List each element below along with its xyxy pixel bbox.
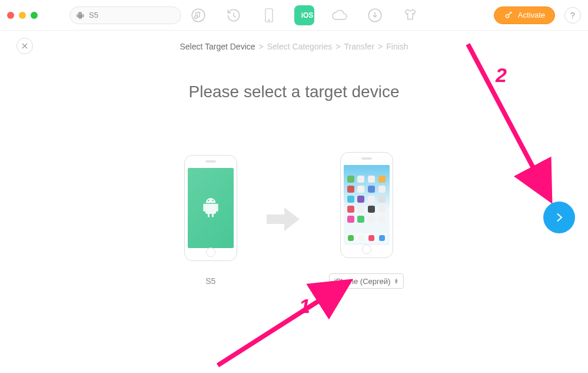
target-device-value: iPhone (Сергей) bbox=[334, 277, 391, 286]
download-tab[interactable] bbox=[365, 5, 385, 25]
svg-point-2 bbox=[268, 19, 270, 21]
app-toolbar: S5 iOS Activate ? bbox=[0, 0, 588, 31]
target-device-select[interactable]: iPhone (Сергей) ▲▼ bbox=[329, 273, 404, 289]
music-tab[interactable] bbox=[188, 5, 208, 25]
ringtone-tab[interactable] bbox=[400, 5, 420, 25]
breadcrumb-step-1: Select Target Device bbox=[180, 42, 255, 51]
svg-point-6 bbox=[212, 200, 213, 201]
ios-label: iOS bbox=[301, 11, 314, 19]
chevron-right-icon bbox=[553, 212, 565, 223]
source-device-column: S5 bbox=[184, 155, 237, 286]
transfer-arrow-icon bbox=[267, 205, 300, 236]
android-icon bbox=[76, 11, 84, 19]
phone-icon bbox=[263, 8, 275, 23]
wizard-breadcrumb: Select Target Device > Select Categories… bbox=[0, 31, 588, 62]
ios-arrow-icon bbox=[295, 12, 301, 18]
help-button[interactable]: ? bbox=[564, 7, 581, 24]
music-icon bbox=[191, 8, 206, 23]
toolbar-icon-group: iOS bbox=[188, 5, 420, 25]
tshirt-icon bbox=[403, 8, 418, 23]
window-controls bbox=[7, 12, 38, 19]
android-robot-icon bbox=[201, 196, 221, 220]
device-tab[interactable] bbox=[259, 5, 279, 25]
next-button[interactable] bbox=[543, 202, 575, 233]
breadcrumb-step-3: Transfer bbox=[344, 42, 374, 51]
close-window-icon[interactable] bbox=[7, 12, 14, 19]
cloud-icon bbox=[331, 9, 348, 22]
target-device-column: iPhone (Сергей) ▲▼ bbox=[329, 152, 404, 289]
svg-point-5 bbox=[208, 200, 209, 201]
breadcrumb-step-4: Finish bbox=[386, 42, 408, 51]
minimize-window-icon[interactable] bbox=[19, 12, 26, 19]
page-title: Please select a target device bbox=[0, 82, 588, 101]
svg-line-7 bbox=[218, 285, 344, 365]
breadcrumb-step-2: Select Categories bbox=[267, 42, 333, 51]
breadcrumb-separator: > bbox=[335, 42, 340, 51]
close-icon bbox=[21, 42, 28, 49]
download-icon bbox=[367, 8, 383, 23]
breadcrumb-separator: > bbox=[259, 42, 264, 51]
zoom-window-icon[interactable] bbox=[31, 12, 38, 19]
close-wizard-button[interactable] bbox=[16, 38, 33, 54]
move-to-ios-tab[interactable]: iOS bbox=[294, 5, 314, 25]
source-phone-graphic bbox=[184, 155, 237, 261]
device-row: S5 bbox=[0, 152, 588, 289]
activate-button[interactable]: Activate bbox=[494, 6, 555, 24]
svg-point-4 bbox=[506, 14, 509, 17]
svg-point-0 bbox=[192, 9, 205, 22]
activate-label: Activate bbox=[518, 11, 545, 19]
target-phone-graphic bbox=[340, 152, 393, 258]
source-device-name: S5 bbox=[89, 11, 98, 19]
source-device-selector[interactable]: S5 bbox=[69, 6, 181, 24]
history-icon bbox=[226, 8, 241, 23]
icloud-tab[interactable] bbox=[330, 5, 350, 25]
annotation-label-1: 1 bbox=[299, 295, 310, 318]
help-icon: ? bbox=[570, 11, 575, 20]
key-icon bbox=[504, 11, 513, 20]
select-chevrons-icon: ▲▼ bbox=[394, 278, 398, 284]
history-tab[interactable] bbox=[224, 5, 244, 25]
source-device-label: S5 bbox=[205, 276, 215, 286]
breadcrumb-separator: > bbox=[378, 42, 383, 51]
